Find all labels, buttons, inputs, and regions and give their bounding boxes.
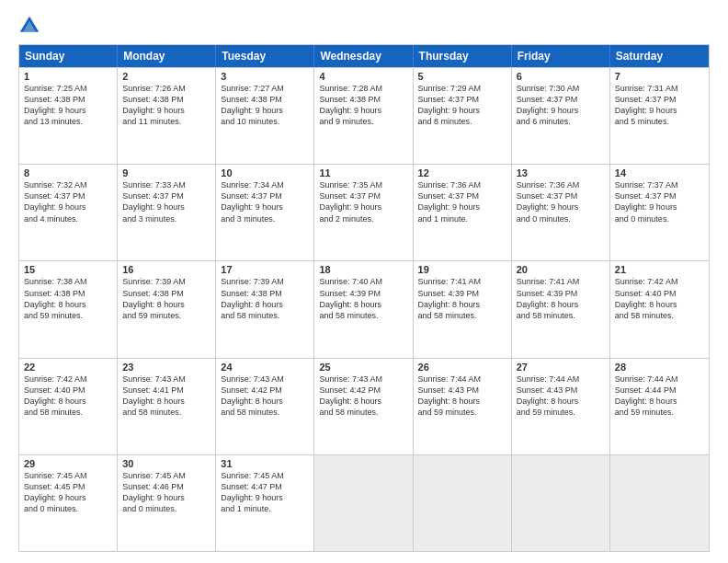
calendar-cell: 12Sunrise: 7:36 AMSunset: 4:37 PMDayligh… (414, 165, 512, 260)
cell-text: Sunrise: 7:44 AMSunset: 4:43 PMDaylight:… (418, 373, 506, 419)
calendar-cell: 23Sunrise: 7:43 AMSunset: 4:41 PMDayligh… (118, 359, 216, 454)
cell-text: Sunrise: 7:33 AMSunset: 4:37 PMDaylight:… (122, 179, 210, 224)
calendar-cell: 29Sunrise: 7:45 AMSunset: 4:45 PMDayligh… (19, 455, 118, 551)
day-number: 11 (319, 167, 407, 178)
calendar-header-row: SundayMondayTuesdayWednesdayThursdayFrid… (19, 45, 709, 67)
day-number: 13 (517, 167, 605, 178)
day-number: 26 (418, 362, 506, 373)
day-number: 16 (122, 264, 210, 275)
calendar-cell: 9Sunrise: 7:33 AMSunset: 4:37 PMDaylight… (118, 165, 216, 260)
calendar-cell: 8Sunrise: 7:32 AMSunset: 4:37 PMDaylight… (19, 165, 118, 260)
day-number: 10 (221, 167, 309, 178)
day-number: 15 (24, 264, 112, 275)
day-number: 28 (615, 362, 704, 373)
calendar-cell: 26Sunrise: 7:44 AMSunset: 4:43 PMDayligh… (414, 359, 512, 454)
day-number: 14 (615, 167, 704, 178)
day-number: 23 (122, 362, 210, 373)
calendar-cell: 24Sunrise: 7:43 AMSunset: 4:42 PMDayligh… (216, 359, 314, 454)
calendar-cell: 31Sunrise: 7:45 AMSunset: 4:47 PMDayligh… (216, 455, 314, 551)
calendar-cell: 16Sunrise: 7:39 AMSunset: 4:38 PMDayligh… (118, 261, 216, 357)
day-number: 29 (24, 458, 112, 469)
calendar-cell: 30Sunrise: 7:45 AMSunset: 4:46 PMDayligh… (118, 455, 216, 551)
cell-text: Sunrise: 7:41 AMSunset: 4:39 PMDaylight:… (517, 276, 605, 321)
cell-text: Sunrise: 7:45 AMSunset: 4:47 PMDaylight:… (221, 470, 309, 515)
cell-text: Sunrise: 7:30 AMSunset: 4:37 PMDaylight:… (517, 83, 605, 128)
calendar-cell (414, 455, 512, 551)
calendar-cell: 10Sunrise: 7:34 AMSunset: 4:37 PMDayligh… (216, 165, 314, 260)
cell-text: Sunrise: 7:45 AMSunset: 4:46 PMDaylight:… (122, 470, 210, 515)
cell-text: Sunrise: 7:41 AMSunset: 4:39 PMDaylight:… (418, 276, 506, 321)
calendar: SundayMondayTuesdayWednesdayThursdayFrid… (18, 44, 710, 552)
calendar-cell: 21Sunrise: 7:42 AMSunset: 4:40 PMDayligh… (610, 261, 709, 357)
calendar-row: 22Sunrise: 7:42 AMSunset: 4:40 PMDayligh… (19, 358, 709, 454)
day-number: 7 (615, 71, 704, 82)
day-number: 25 (319, 362, 407, 373)
day-number: 21 (615, 264, 704, 275)
day-number: 4 (319, 71, 407, 82)
calendar-cell: 11Sunrise: 7:35 AMSunset: 4:37 PMDayligh… (314, 165, 413, 260)
cell-text: Sunrise: 7:32 AMSunset: 4:37 PMDaylight:… (24, 179, 112, 224)
logo-icon (18, 15, 40, 37)
calendar-header-cell: Sunday (19, 45, 118, 67)
calendar-header-cell: Saturday (610, 45, 709, 67)
header (18, 15, 710, 37)
calendar-cell: 3Sunrise: 7:27 AMSunset: 4:38 PMDaylight… (216, 68, 314, 164)
cell-text: Sunrise: 7:27 AMSunset: 4:38 PMDaylight:… (221, 83, 309, 128)
cell-text: Sunrise: 7:45 AMSunset: 4:45 PMDaylight:… (24, 470, 112, 515)
day-number: 9 (122, 167, 210, 178)
calendar-cell: 27Sunrise: 7:44 AMSunset: 4:43 PMDayligh… (512, 359, 610, 454)
calendar-cell: 19Sunrise: 7:41 AMSunset: 4:39 PMDayligh… (414, 261, 512, 357)
cell-text: Sunrise: 7:31 AMSunset: 4:37 PMDaylight:… (615, 83, 704, 128)
calendar-cell: 25Sunrise: 7:43 AMSunset: 4:42 PMDayligh… (314, 359, 413, 454)
day-number: 27 (517, 362, 605, 373)
day-number: 2 (122, 71, 210, 82)
day-number: 30 (122, 458, 210, 469)
calendar-header-cell: Tuesday (216, 45, 314, 67)
calendar-body: 1Sunrise: 7:25 AMSunset: 4:38 PMDaylight… (19, 67, 709, 551)
cell-text: Sunrise: 7:43 AMSunset: 4:42 PMDaylight:… (319, 373, 407, 419)
cell-text: Sunrise: 7:42 AMSunset: 4:40 PMDaylight:… (24, 373, 112, 419)
day-number: 3 (221, 71, 309, 82)
calendar-header-cell: Monday (118, 45, 216, 67)
calendar-cell: 17Sunrise: 7:39 AMSunset: 4:38 PMDayligh… (216, 261, 314, 357)
calendar-cell: 1Sunrise: 7:25 AMSunset: 4:38 PMDaylight… (19, 68, 118, 164)
calendar-cell (512, 455, 610, 551)
cell-text: Sunrise: 7:43 AMSunset: 4:42 PMDaylight:… (221, 373, 309, 419)
page: SundayMondayTuesdayWednesdayThursdayFrid… (0, 0, 728, 563)
cell-text: Sunrise: 7:43 AMSunset: 4:41 PMDaylight:… (122, 373, 210, 419)
cell-text: Sunrise: 7:25 AMSunset: 4:38 PMDaylight:… (24, 83, 112, 128)
calendar-cell: 2Sunrise: 7:26 AMSunset: 4:38 PMDaylight… (118, 68, 216, 164)
calendar-cell (610, 455, 709, 551)
calendar-cell (314, 455, 413, 551)
calendar-cell: 14Sunrise: 7:37 AMSunset: 4:37 PMDayligh… (610, 165, 709, 260)
cell-text: Sunrise: 7:39 AMSunset: 4:38 PMDaylight:… (221, 276, 309, 321)
calendar-header-cell: Thursday (414, 45, 512, 67)
day-number: 1 (24, 71, 112, 82)
day-number: 5 (418, 71, 506, 82)
cell-text: Sunrise: 7:37 AMSunset: 4:37 PMDaylight:… (615, 179, 704, 224)
cell-text: Sunrise: 7:42 AMSunset: 4:40 PMDaylight:… (615, 276, 704, 321)
calendar-cell: 13Sunrise: 7:36 AMSunset: 4:37 PMDayligh… (512, 165, 610, 260)
day-number: 31 (221, 458, 309, 469)
cell-text: Sunrise: 7:36 AMSunset: 4:37 PMDaylight:… (418, 179, 506, 224)
cell-text: Sunrise: 7:40 AMSunset: 4:39 PMDaylight:… (319, 276, 407, 321)
calendar-cell: 28Sunrise: 7:44 AMSunset: 4:44 PMDayligh… (610, 359, 709, 454)
logo (18, 15, 44, 37)
day-number: 19 (418, 264, 506, 275)
cell-text: Sunrise: 7:34 AMSunset: 4:37 PMDaylight:… (221, 179, 309, 224)
calendar-cell: 22Sunrise: 7:42 AMSunset: 4:40 PMDayligh… (19, 359, 118, 454)
cell-text: Sunrise: 7:35 AMSunset: 4:37 PMDaylight:… (319, 179, 407, 224)
day-number: 18 (319, 264, 407, 275)
calendar-cell: 7Sunrise: 7:31 AMSunset: 4:37 PMDaylight… (610, 68, 709, 164)
calendar-row: 1Sunrise: 7:25 AMSunset: 4:38 PMDaylight… (19, 67, 709, 164)
calendar-cell: 6Sunrise: 7:30 AMSunset: 4:37 PMDaylight… (512, 68, 610, 164)
cell-text: Sunrise: 7:28 AMSunset: 4:38 PMDaylight:… (319, 83, 407, 128)
calendar-cell: 5Sunrise: 7:29 AMSunset: 4:37 PMDaylight… (414, 68, 512, 164)
calendar-cell: 4Sunrise: 7:28 AMSunset: 4:38 PMDaylight… (314, 68, 413, 164)
calendar-row: 15Sunrise: 7:38 AMSunset: 4:38 PMDayligh… (19, 260, 709, 357)
calendar-row: 8Sunrise: 7:32 AMSunset: 4:37 PMDaylight… (19, 164, 709, 260)
calendar-cell: 18Sunrise: 7:40 AMSunset: 4:39 PMDayligh… (314, 261, 413, 357)
day-number: 8 (24, 167, 112, 178)
calendar-row: 29Sunrise: 7:45 AMSunset: 4:45 PMDayligh… (19, 454, 709, 551)
day-number: 24 (221, 362, 309, 373)
